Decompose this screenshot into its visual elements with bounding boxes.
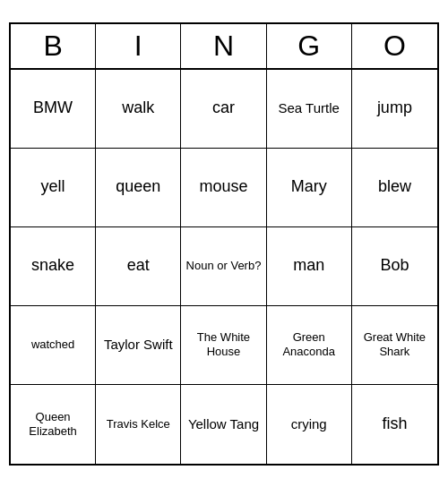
bingo-cell[interactable]: Sea Turtle <box>267 70 352 149</box>
bingo-cell[interactable]: Mary <box>267 149 352 227</box>
header-letter: I <box>96 24 181 68</box>
bingo-cell[interactable]: Travis Kelce <box>96 385 181 464</box>
bingo-cell[interactable]: yell <box>11 149 96 227</box>
header-letter: N <box>181 24 266 68</box>
bingo-cell[interactable]: snake <box>11 227 96 306</box>
bingo-cell[interactable]: man <box>267 227 352 306</box>
bingo-cell[interactable]: mouse <box>181 149 266 227</box>
bingo-card: BINGO BMWwalkcarSea Turtlejumpyellqueenm… <box>9 22 439 466</box>
bingo-cell[interactable]: watched <box>11 306 96 385</box>
bingo-header: BINGO <box>11 24 437 70</box>
header-letter: O <box>352 24 437 68</box>
bingo-cell[interactable]: Great White Shark <box>352 306 437 385</box>
bingo-cell[interactable]: jump <box>352 70 437 149</box>
bingo-cell[interactable]: Yellow Tang <box>181 385 266 464</box>
header-letter: G <box>267 24 352 68</box>
bingo-cell[interactable]: queen <box>96 149 181 227</box>
bingo-cell[interactable]: BMW <box>11 70 96 149</box>
bingo-cell[interactable]: fish <box>352 385 437 464</box>
bingo-cell[interactable]: crying <box>267 385 352 464</box>
bingo-cell[interactable]: Taylor Swift <box>96 306 181 385</box>
bingo-cell[interactable]: car <box>181 70 266 149</box>
bingo-cell[interactable]: blew <box>352 149 437 227</box>
bingo-cell[interactable]: Bob <box>352 227 437 306</box>
bingo-cell[interactable]: walk <box>96 70 181 149</box>
bingo-cell[interactable]: The White House <box>181 306 266 385</box>
header-letter: B <box>11 24 96 68</box>
bingo-cell[interactable]: Noun or Verb? <box>181 227 266 306</box>
bingo-cell[interactable]: eat <box>96 227 181 306</box>
bingo-cell[interactable]: Queen Elizabeth <box>11 385 96 464</box>
bingo-grid: BMWwalkcarSea TurtlejumpyellqueenmouseMa… <box>11 70 437 464</box>
bingo-cell[interactable]: Green Anaconda <box>267 306 352 385</box>
